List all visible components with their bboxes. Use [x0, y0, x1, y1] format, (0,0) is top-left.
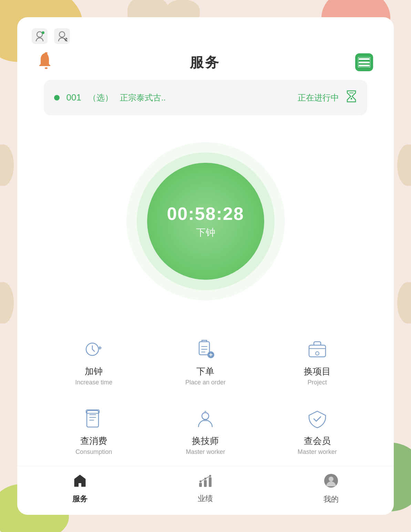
- svg-rect-13: [199, 342, 209, 355]
- nav-performance[interactable]: 业绩: [198, 474, 213, 504]
- action-check-consumption[interactable]: 查消费 Consumption: [38, 396, 150, 466]
- switch-worker-label-en: Master worker: [186, 448, 225, 456]
- switch-project-icon: [305, 337, 329, 361]
- svg-rect-23: [204, 480, 207, 487]
- add-time-icon: [82, 337, 106, 361]
- nav-mine[interactable]: 我的: [323, 473, 339, 504]
- action-switch-project[interactable]: 换项目 Project: [261, 327, 373, 396]
- timer-label: 下钟: [196, 226, 215, 239]
- place-order-icon: [193, 337, 217, 361]
- svg-rect-24: [209, 477, 212, 487]
- actions-grid: 加钟 Increase time 下单 Place an order: [17, 327, 394, 466]
- svg-rect-0: [32, 28, 48, 44]
- top-icon-2[interactable]: [53, 28, 71, 45]
- bottom-nav: 服务 业绩: [17, 466, 394, 515]
- timer-time: 00:58:28: [167, 203, 244, 224]
- check-member-label-cn: 查会员: [304, 435, 331, 447]
- svg-rect-8: [359, 62, 370, 63]
- switch-project-label-cn: 换项目: [304, 365, 331, 377]
- nav-performance-label: 业绩: [198, 493, 213, 504]
- service-card: 001 （选） 正宗泰式古.. 正在进行中: [44, 80, 368, 115]
- bg-decoration-right-mid2: [397, 282, 411, 323]
- svg-point-16: [316, 352, 319, 355]
- menu-icon-btn[interactable]: [355, 53, 373, 71]
- status-dot: [54, 95, 60, 100]
- service-name: 正宗泰式古..: [120, 92, 291, 103]
- timer-circle[interactable]: 00:58:28 下钟: [147, 163, 264, 280]
- action-check-member[interactable]: 查会员 Master worker: [261, 396, 373, 466]
- bg-decoration-right-mid: [397, 145, 411, 186]
- check-consumption-label-en: Consumption: [75, 448, 112, 456]
- check-consumption-icon: [82, 407, 106, 431]
- nav-service[interactable]: 服务: [72, 474, 88, 504]
- bg-decoration-left-mid2: [0, 282, 14, 323]
- add-time-label-en: Increase time: [75, 379, 112, 386]
- top-icon-1[interactable]: [31, 28, 48, 45]
- check-member-label-en: Master worker: [298, 448, 337, 456]
- check-consumption-label-cn: 查消费: [80, 435, 107, 447]
- header: 服务: [17, 48, 394, 76]
- header-title: 服务: [190, 53, 220, 72]
- svg-point-5: [45, 67, 48, 69]
- svg-point-11: [351, 98, 352, 99]
- action-add-time[interactable]: 加钟 Increase time: [38, 327, 150, 396]
- nav-mine-label: 我的: [323, 494, 339, 504]
- svg-rect-22: [199, 483, 202, 487]
- svg-rect-3: [54, 28, 70, 44]
- service-tag: （选）: [88, 92, 113, 103]
- place-order-label-cn: 下单: [196, 365, 214, 377]
- add-time-label-cn: 加钟: [85, 365, 103, 377]
- nav-service-icon: [73, 474, 87, 491]
- top-bar: [17, 17, 394, 48]
- svg-rect-7: [359, 58, 370, 60]
- nav-performance-icon: [198, 474, 213, 491]
- nav-service-label: 服务: [72, 494, 88, 504]
- svg-rect-9: [359, 65, 370, 66]
- switch-worker-icon: [193, 407, 217, 431]
- main-card: 服务 001 （选） 正宗泰式古.. 正在进行中: [17, 17, 394, 515]
- check-member-icon: [305, 407, 329, 431]
- bell-icon[interactable]: [38, 52, 54, 73]
- nav-mine-icon: [323, 473, 339, 491]
- timer-wrapper: 00:58:28 下钟: [147, 122, 264, 320]
- service-number: 001: [66, 92, 81, 103]
- svg-rect-6: [45, 52, 48, 54]
- svg-rect-21: [79, 483, 81, 487]
- svg-point-2: [42, 31, 44, 34]
- svg-point-29: [329, 477, 333, 481]
- hourglass-icon: [346, 90, 357, 105]
- place-order-label-en: Place an order: [185, 379, 226, 386]
- action-switch-worker[interactable]: 换技师 Master worker: [150, 396, 261, 466]
- bg-decoration-left-mid: [0, 145, 14, 186]
- svg-point-19: [202, 413, 209, 419]
- switch-project-label-en: Project: [308, 379, 327, 386]
- service-status: 正在进行中: [298, 92, 339, 103]
- switch-worker-label-cn: 换技师: [192, 435, 219, 447]
- action-place-order[interactable]: 下单 Place an order: [150, 327, 261, 396]
- svg-rect-20: [203, 419, 207, 422]
- service-row: 001 （选） 正宗泰式古.. 正在进行中: [54, 90, 357, 105]
